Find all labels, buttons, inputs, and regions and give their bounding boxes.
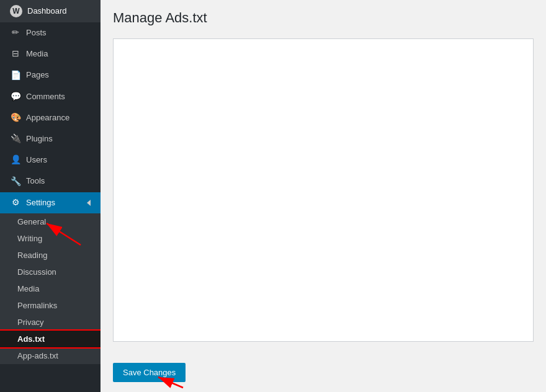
ads-txt-editor-box: [113, 38, 534, 342]
submenu-discussion[interactable]: Discussion: [0, 264, 101, 280]
pages-label: Pages: [26, 69, 49, 81]
settings-submenu: General Writing Reading Discussion Media…: [0, 213, 101, 364]
sidebar-item-media[interactable]: ⊟ Media: [0, 43, 101, 65]
plugins-label: Plugins: [26, 133, 53, 145]
sidebar-item-comments[interactable]: 💬 Comments: [0, 86, 101, 107]
submenu-ads-txt[interactable]: Ads.txt: [0, 331, 101, 347]
appearance-icon: 🎨: [10, 112, 21, 123]
sidebar-item-pages[interactable]: 📄 Pages: [0, 65, 101, 86]
media-icon: ⊟: [10, 48, 21, 60]
ads-txt-textarea[interactable]: [114, 39, 533, 341]
submenu-permalinks[interactable]: Permalinks: [0, 297, 101, 314]
users-label: Users: [26, 154, 47, 166]
wp-logo-icon: W: [10, 5, 22, 17]
sidebar-item-users[interactable]: 👤 Users: [0, 149, 101, 171]
dashboard-label: Dashboard: [27, 6, 67, 17]
submenu-media[interactable]: Media: [0, 280, 101, 297]
pages-icon: 📄: [10, 69, 21, 81]
sidebar: W Dashboard ✏ Posts ⊟ Media 📄 Pages 💬 Co…: [0, 0, 101, 392]
save-changes-button[interactable]: Save Changes: [113, 363, 186, 382]
media-label: Media: [26, 48, 48, 60]
users-icon: 👤: [10, 154, 21, 166]
submenu-privacy[interactable]: Privacy: [0, 314, 101, 331]
settings-icon: ⚙: [10, 197, 21, 208]
comments-icon: 💬: [10, 91, 21, 102]
plugins-icon: 🔌: [10, 133, 21, 145]
sidebar-item-settings[interactable]: ⚙ Settings: [0, 192, 101, 213]
page-header: Manage Ads.txt: [101, 0, 546, 38]
submenu-general[interactable]: General: [0, 213, 101, 230]
tools-label: Tools: [26, 176, 45, 187]
content-section: [101, 38, 546, 357]
posts-label: Posts: [26, 27, 47, 38]
submenu-reading[interactable]: Reading: [0, 247, 101, 264]
settings-label: Settings: [26, 197, 55, 208]
sidebar-item-appearance[interactable]: 🎨 Appearance: [0, 107, 101, 128]
submenu-app-ads-txt[interactable]: App-ads.txt: [0, 347, 101, 364]
action-bar: Save Changes: [101, 357, 546, 392]
posts-icon: ✏: [10, 27, 21, 38]
sidebar-item-posts[interactable]: ✏ Posts: [0, 22, 101, 43]
collapse-chevron: [87, 200, 91, 206]
submenu-writing[interactable]: Writing: [0, 230, 101, 247]
page-wrapper: W Dashboard ✏ Posts ⊟ Media 📄 Pages 💬 Co…: [0, 0, 546, 392]
appearance-label: Appearance: [26, 112, 69, 123]
sidebar-item-plugins[interactable]: 🔌 Plugins: [0, 128, 101, 149]
tools-icon: 🔧: [10, 176, 21, 187]
page-title: Manage Ads.txt: [113, 10, 534, 26]
main-content-area: Manage Ads.txt Save Changes: [101, 0, 546, 392]
wp-logo-item[interactable]: W Dashboard: [0, 0, 101, 22]
comments-label: Comments: [26, 91, 65, 102]
sidebar-item-tools[interactable]: 🔧 Tools: [0, 171, 101, 192]
